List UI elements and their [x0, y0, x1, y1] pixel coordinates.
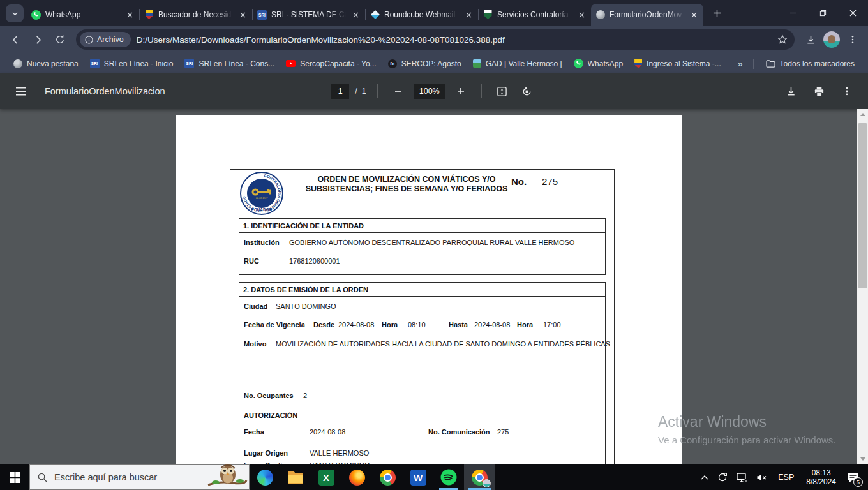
site-info-chip[interactable]: Archivo: [80, 32, 131, 47]
language-indicator[interactable]: ESP: [772, 464, 800, 490]
minimize-button[interactable]: [778, 0, 808, 26]
profile-avatar[interactable]: [823, 31, 840, 48]
bookmark-label: SercopCapacita - Yo...: [300, 59, 376, 68]
bookmark-sercopcapacita[interactable]: SercopCapacita - Yo...: [280, 57, 382, 70]
tab-roundcube[interactable]: Roundcube Webmail: [366, 4, 478, 26]
bookmark-ingreso-sistema[interactable]: Ingreso al Sistema -...: [629, 57, 727, 70]
bookmark-label: WhatsApp: [588, 59, 623, 68]
crest-icon: [144, 10, 154, 20]
page-number-input[interactable]: [331, 84, 349, 99]
tab-whatsapp[interactable]: WhatsApp: [27, 4, 139, 26]
tab-close-icon[interactable]: [124, 10, 135, 20]
tab-close-icon[interactable]: [463, 10, 474, 20]
restore-button[interactable]: [808, 0, 838, 26]
taskbar-clock[interactable]: 08:13 8/8/2024: [800, 468, 842, 486]
hasta-value: 2024-08-08: [474, 321, 510, 329]
divider: [481, 84, 482, 98]
back-button[interactable]: [6, 30, 25, 49]
site-info-label: Archivo: [97, 35, 124, 44]
bookmark-label: Nueva pestaña: [27, 59, 79, 68]
bookmark-sri-consultas[interactable]: SRISRI en Línea - Cons...: [179, 57, 280, 70]
taskbar-edge-icon[interactable]: [250, 464, 280, 490]
tab-label: WhatsApp: [45, 10, 120, 19]
pdf-print-button[interactable]: [809, 82, 828, 101]
hidden-icons-chevron[interactable]: [696, 464, 713, 490]
taskbar-spotify-icon[interactable]: [433, 464, 464, 490]
bookmark-label: SRI en Línea - Inicio: [104, 59, 174, 68]
tab-buscador[interactable]: Buscador de Necesid: [140, 4, 252, 26]
ruc-label: RUC: [244, 257, 259, 265]
bookmark-star-icon[interactable]: [774, 31, 791, 48]
lugar-origen-label: Lugar Origen: [244, 449, 288, 457]
bookmark-gad-valle-hermoso[interactable]: GAD | Valle Hermoso |: [467, 57, 568, 70]
bookmark-sri-inicio[interactable]: SRISRI en Línea - Inicio: [84, 57, 179, 70]
bookmarks-overflow-button[interactable]: »: [734, 59, 747, 69]
tab-close-icon[interactable]: [576, 10, 587, 20]
taskbar-search-input[interactable]: Escribe aquí para buscar: [29, 464, 250, 490]
url-text[interactable]: D:/Users/Master/Downloads/FormularioOrde…: [137, 35, 768, 45]
pdf-menu-button[interactable]: [11, 82, 31, 101]
bookmark-whatsapp[interactable]: WhatsApp: [568, 57, 629, 70]
scrollbar-thumb[interactable]: [858, 123, 867, 288]
downloads-button[interactable]: [801, 30, 820, 49]
vigencia-label: Fecha de Vigencia: [244, 321, 305, 329]
tab-close-icon[interactable]: [350, 10, 361, 20]
taskbar-firefox-icon[interactable]: [341, 464, 372, 490]
taskbar-excel-icon[interactable]: X: [311, 464, 341, 490]
tab-formulario-active[interactable]: FormularioOrdenMov: [591, 4, 703, 26]
scroll-up-arrow[interactable]: [857, 109, 868, 120]
reload-button[interactable]: [50, 30, 70, 49]
hora1-label: Hora: [382, 321, 398, 329]
bookmark-nueva-pestana[interactable]: Nueva pestaña: [8, 57, 84, 70]
zoom-level[interactable]: 100%: [414, 84, 445, 99]
bookmark-sercop-agosto[interactable]: fnSERCOP: Agosto: [382, 57, 467, 70]
window-controls: [778, 0, 868, 26]
network-icon[interactable]: [732, 464, 752, 490]
pdf-scrollbar[interactable]: [857, 109, 868, 464]
zoom-out-button[interactable]: [389, 82, 408, 101]
profile-badge: [483, 479, 491, 487]
tab-sri[interactable]: SRI SRI - SISTEMA DE CO: [253, 4, 365, 26]
address-bar[interactable]: Archivo D:/Users/Master/Downloads/Formul…: [76, 29, 795, 50]
start-button[interactable]: [0, 464, 29, 490]
taskbar-chrome-active-icon[interactable]: [464, 464, 495, 490]
fn-icon: fn: [388, 59, 397, 68]
scroll-down-arrow[interactable]: [857, 454, 868, 464]
folder-icon: [766, 59, 775, 68]
pdf-viewport: CONTRALORÍA GENERAL DEL ESTADO ECUADOR 0…: [0, 109, 868, 464]
forward-button[interactable]: [28, 30, 47, 49]
hora1-value: 08:10: [408, 321, 426, 329]
bookmarks-bar: Nueva pestaña SRISRI en Línea - Inicio S…: [0, 54, 868, 73]
order-no-value: 275: [542, 176, 558, 187]
browser-menu-button[interactable]: [843, 30, 862, 49]
institucion-value: GOBIERNO AUTÓNOMO DESCENTRALIZADO PARROQ…: [289, 239, 574, 246]
clock-time: 08:13: [812, 468, 831, 477]
taskbar-file-explorer-icon[interactable]: [280, 464, 311, 490]
taskbar-chrome-icon[interactable]: [372, 464, 403, 490]
watermark-line1: Activar Windows: [658, 413, 835, 431]
zoom-in-button[interactable]: [451, 82, 470, 101]
tab-contraloria[interactable]: Servicios Contraloría: [479, 4, 591, 26]
pdf-download-button[interactable]: [781, 82, 800, 101]
tab-search-button[interactable]: [6, 4, 24, 22]
tab-close-icon[interactable]: [689, 10, 699, 20]
fit-to-page-button[interactable]: [493, 82, 512, 101]
pdf-more-options-button[interactable]: [837, 82, 857, 101]
watermark-line2: Ve a Configuración para activar Windows.: [658, 434, 835, 445]
taskbar-word-icon[interactable]: W: [403, 464, 433, 490]
close-window-button[interactable]: [838, 0, 868, 26]
tray-sync-icon[interactable]: [713, 464, 732, 490]
all-bookmarks-button[interactable]: Todos los marcadores: [760, 57, 860, 70]
bookmark-label: SRI en Línea - Cons...: [198, 59, 274, 68]
new-tab-button[interactable]: [708, 4, 726, 22]
notification-center-button[interactable]: 5: [842, 464, 868, 490]
tab-close-icon[interactable]: [237, 10, 248, 20]
svg-text:02-08-1927: 02-08-1927: [256, 197, 267, 200]
windows-logo-icon: [10, 472, 20, 483]
volume-muted-icon[interactable]: [752, 464, 772, 490]
whatsapp-icon: [31, 10, 41, 20]
rotate-button[interactable]: [518, 82, 537, 101]
tab-label: SRI - SISTEMA DE CO: [271, 10, 346, 19]
owl-search-decoration: [207, 463, 248, 489]
desde-value: 2024-08-08: [338, 321, 374, 329]
